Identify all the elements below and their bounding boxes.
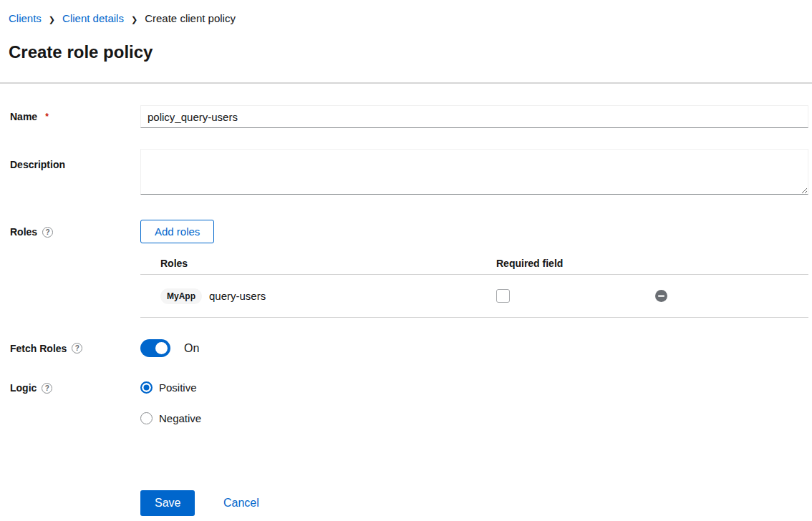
negative-radio[interactable] <box>140 412 153 424</box>
chevron-right-icon: ❯ <box>49 13 55 26</box>
roles-label-text: Roles <box>10 226 37 238</box>
breadcrumb: Clients ❯ Client details ❯ Create client… <box>9 12 803 25</box>
add-roles-button[interactable]: Add roles <box>140 220 214 243</box>
column-header-required-field: Required field <box>496 258 655 269</box>
required-asterisk: * <box>45 112 49 122</box>
roles-label: Roles ? <box>10 226 53 238</box>
name-label-text: Name <box>10 111 37 122</box>
create-role-policy-form: Name* Description Roles ? Add roles Role <box>0 84 812 516</box>
chevron-right-icon: ❯ <box>131 13 137 26</box>
help-icon[interactable]: ? <box>42 227 53 238</box>
help-icon[interactable]: ? <box>72 343 82 354</box>
positive-radio-label: Positive <box>159 381 197 394</box>
fetch-roles-row: Fetch Roles ? On <box>0 339 812 357</box>
radio-option-negative[interactable]: Negative <box>140 411 808 425</box>
breadcrumb-link-client-details[interactable]: Client details <box>62 12 124 25</box>
help-icon[interactable]: ? <box>42 383 52 394</box>
breadcrumb-link-clients[interactable]: Clients <box>9 12 42 25</box>
roles-table-header: Roles Required field <box>140 252 808 275</box>
negative-radio-label: Negative <box>159 412 201 424</box>
fetch-roles-label: Fetch Roles ? <box>10 343 82 354</box>
client-badge: MyApp <box>160 288 202 304</box>
logic-label-text: Logic <box>10 382 37 394</box>
roles-table: Roles Required field MyApp query-users <box>140 252 808 318</box>
description-textarea[interactable] <box>140 149 808 195</box>
logic-row: Logic ? Positive Negative <box>0 380 812 425</box>
column-header-roles: Roles <box>140 258 496 269</box>
toggle-state-label: On <box>184 342 199 355</box>
form-actions: Save Cancel <box>0 490 812 516</box>
role-name: query-users <box>209 290 266 302</box>
table-row: MyApp query-users <box>140 275 808 318</box>
remove-role-button[interactable] <box>655 290 667 302</box>
logic-radio-group: Positive Negative <box>140 380 808 425</box>
page-title: Create role policy <box>9 42 803 63</box>
toggle-knob <box>155 342 168 354</box>
radio-option-positive[interactable]: Positive <box>140 380 808 394</box>
minus-circle-icon <box>655 290 667 302</box>
name-input[interactable] <box>140 105 808 128</box>
required-field-checkbox[interactable] <box>496 289 510 303</box>
roles-row: Roles ? Add roles Roles Required field M… <box>0 220 812 318</box>
description-label: Description <box>10 159 65 170</box>
name-row: Name* <box>0 105 812 128</box>
breadcrumb-current: Create client policy <box>145 12 236 25</box>
description-row: Description <box>0 149 812 198</box>
fetch-roles-toggle[interactable] <box>140 339 170 357</box>
positive-radio[interactable] <box>140 381 153 394</box>
logic-label: Logic ? <box>10 382 52 394</box>
fetch-roles-label-text: Fetch Roles <box>10 343 67 354</box>
save-button[interactable]: Save <box>140 490 195 516</box>
page-header: Clients ❯ Client details ❯ Create client… <box>0 0 812 84</box>
name-label: Name* <box>10 111 49 122</box>
cancel-button[interactable]: Cancel <box>223 497 259 510</box>
